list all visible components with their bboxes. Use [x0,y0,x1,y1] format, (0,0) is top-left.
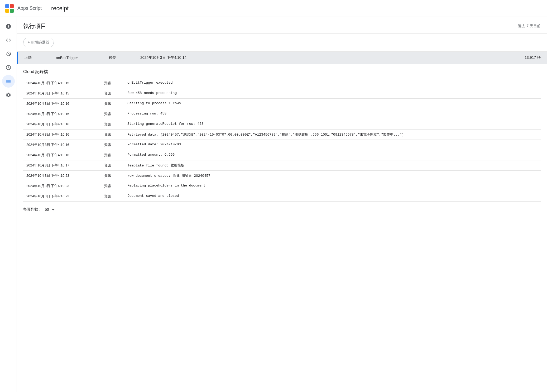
log-timestamp: 2024年10月3日 下午4:10:15 [23,78,101,88]
log-level: 資訊 [101,160,124,171]
main-content: 執行項目 過去 7 天目前 + 新增篩選器 上端 onEditTrigger 觸… [17,17,547,392]
gear-icon [6,92,11,98]
log-row: 2024年10月3日 下午4:10:16 資訊 Starting to proc… [23,99,541,109]
log-timestamp: 2024年10月3日 下午4:10:17 [23,160,101,171]
log-table: 2024年10月3日 下午4:10:15 資訊 onEditTrigger ex… [23,78,541,202]
page-title: 執行項目 [23,22,46,30]
log-message: Row 458 needs processing [124,88,541,99]
log-level: 資訊 [101,150,124,160]
log-row: 2024年10月3日 下午4:10:16 資訊 Starting generat… [23,119,541,130]
log-message: onEditTrigger executed [124,78,541,88]
logs-title: Cloud 記錄檔 [23,69,541,75]
log-message: Document saved and closed [124,191,541,202]
footer: 每頁列數： 50 10 25 100 [17,204,547,215]
log-message: Starting generateReceipt for row: 458 [124,119,541,130]
log-timestamp: 2024年10月3日 下午4:10:16 [23,109,101,119]
log-level: 資訊 [101,99,124,109]
sidebar-item-triggers[interactable] [2,61,15,74]
sidebar-item-code[interactable] [2,34,15,46]
execution-trigger-type: 觸發 [109,55,130,60]
log-message: Formatted amount: 6,666 [124,150,541,160]
log-message: Template file found: 收據模板 [124,160,541,171]
log-message: Starting to process 1 rows [124,99,541,109]
log-timestamp: 2024年10月3日 下午4:10:23 [23,191,101,202]
log-row: 2024年10月3日 下午4:10:23 資訊 New document cre… [23,171,541,181]
log-level: 資訊 [101,78,124,88]
log-level: 資訊 [101,171,124,181]
log-row: 2024年10月3日 下午4:10:16 資訊 Formatted amount… [23,150,541,160]
logs-section: Cloud 記錄檔 2024年10月3日 下午4:10:15 資訊 onEdit… [17,64,547,204]
log-timestamp: 2024年10月3日 下午4:10:23 [23,171,101,181]
log-row: 2024年10月3日 下午4:10:15 資訊 Row 458 needs pr… [23,88,541,99]
log-message: New document created: 收據_測試員_20240457 [124,171,541,181]
log-timestamp: 2024年10月3日 下午4:10:16 [23,119,101,130]
log-timestamp: 2024年10月3日 下午4:10:15 [23,88,101,99]
log-timestamp: 2024年10月3日 下午4:10:16 [23,99,101,109]
sidebar-item-history[interactable] [2,47,15,60]
logo-area: Apps Script [4,3,47,14]
sidebar-item-executions[interactable] [2,75,15,88]
log-message: Processing row: 458 [124,109,541,119]
rows-per-page-select[interactable]: 50 10 25 100 [44,207,55,212]
log-level: 資訊 [101,140,124,150]
log-level: 資訊 [101,109,124,119]
log-timestamp: 2024年10月3日 下午4:10:23 [23,181,101,191]
sidebar-item-info[interactable] [2,20,15,33]
log-level: 資訊 [101,181,124,191]
log-row: 2024年10月3日 下午4:10:17 資訊 Template file fo… [23,160,541,171]
svg-rect-3 [5,9,9,13]
log-row: 2024年10月3日 下午4:10:16 資訊 Formatted date: … [23,140,541,150]
execution-timestamp: 2024年10月3日 下午4:10:14 [140,55,504,60]
log-timestamp: 2024年10月3日 下午4:10:16 [23,130,101,140]
code-icon [6,37,11,43]
sidebar-item-settings[interactable] [2,89,15,101]
main-layout: 執行項目 過去 7 天目前 + 新增篩選器 上端 onEditTrigger 觸… [0,17,547,392]
log-timestamp: 2024年10月3日 下午4:10:16 [23,140,101,150]
execution-row[interactable]: 上端 onEditTrigger 觸發 2024年10月3日 下午4:10:14… [17,52,547,64]
page-subtitle: 過去 7 天目前 [518,24,541,28]
history-icon [6,51,11,57]
svg-rect-1 [5,4,9,8]
log-row: 2024年10月3日 下午4:10:23 資訊 Replacing placeh… [23,181,541,191]
log-message: Formatted date: 2024/10/03 [124,140,541,150]
execution-duration: 13.917 秒 [514,55,541,60]
executions-icon [6,78,11,84]
clock-icon [6,65,11,70]
app-name-label: Apps Script [17,6,42,11]
log-level: 資訊 [101,119,124,130]
svg-rect-4 [10,9,14,13]
info-icon [6,23,11,29]
svg-rect-2 [10,4,14,8]
apps-script-logo [4,3,15,14]
execution-function: onEditTrigger [56,56,98,60]
log-row: 2024年10月3日 下午4:10:16 資訊 Processing row: … [23,109,541,119]
log-message: Retrieved data: [20240457,"測試員","2024-10… [124,130,541,140]
log-message: Replacing placeholders in the document [124,181,541,191]
app-header: Apps Script receipt [0,0,547,17]
log-level: 資訊 [101,191,124,202]
filter-bar: + 新增篩選器 [17,34,547,52]
execution-type: 上端 [24,55,45,60]
rows-per-page-label: 每頁列數： [23,207,42,212]
page-header: 執行項目 過去 7 天目前 [17,17,547,34]
log-level: 資訊 [101,130,124,140]
project-name-label: receipt [51,5,69,12]
log-row: 2024年10月3日 下午4:10:15 資訊 onEditTrigger ex… [23,78,541,88]
sidebar [0,17,17,392]
log-row: 2024年10月3日 下午4:10:23 資訊 Document saved a… [23,191,541,202]
log-timestamp: 2024年10月3日 下午4:10:16 [23,150,101,160]
log-level: 資訊 [101,88,124,99]
add-filter-button[interactable]: + 新增篩選器 [23,38,54,47]
log-row: 2024年10月3日 下午4:10:16 資訊 Retrieved data: … [23,130,541,140]
